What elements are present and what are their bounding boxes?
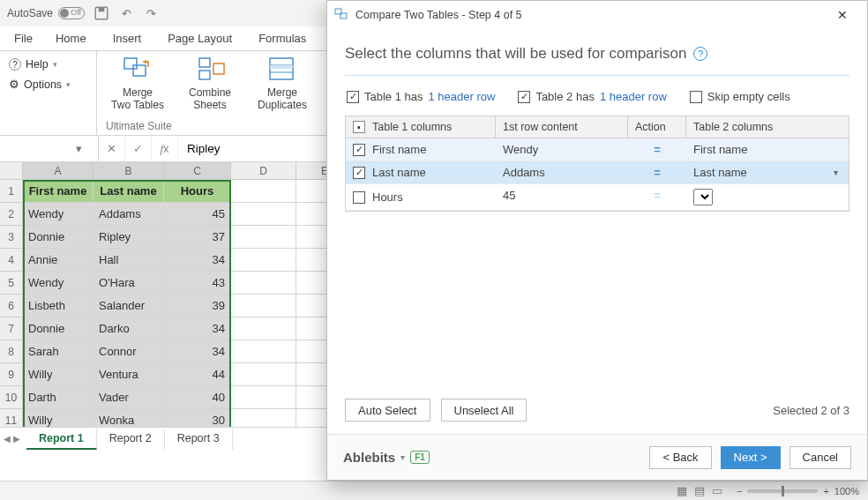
view-mode-icons[interactable]: ▦▤▭ [673, 484, 726, 497]
cell[interactable] [231, 363, 296, 386]
header-row-link[interactable]: 1 header row [600, 90, 667, 103]
cell[interactable]: 34 [164, 340, 231, 363]
merge-two-tables-button[interactable]: Merge Two Tables [106, 55, 169, 112]
mapping-row[interactable]: Hours45= [346, 184, 849, 211]
zoom-slider[interactable] [747, 489, 818, 493]
row-header[interactable]: 8 [0, 340, 23, 363]
cell[interactable] [231, 295, 296, 317]
tab-file[interactable]: File [5, 26, 41, 50]
row-checkbox[interactable]: ✓ [353, 167, 365, 179]
chevron-down-icon[interactable]: ▾ [834, 168, 838, 177]
cell[interactable] [231, 180, 296, 203]
row-header[interactable]: 4 [0, 249, 23, 272]
sheet-nav-left-icon[interactable]: ◀ [4, 434, 11, 444]
autosave-toggle[interactable]: AutoSave Off [7, 7, 85, 19]
column-header[interactable]: A [23, 162, 94, 180]
chevron-down-icon[interactable]: ▾ [400, 452, 405, 462]
sheet-nav-right-icon[interactable]: ▶ [13, 434, 20, 444]
cell[interactable]: 34 [164, 249, 231, 272]
row-header[interactable]: 10 [0, 386, 23, 409]
cell[interactable]: 37 [164, 226, 231, 249]
cell[interactable]: Addams [94, 203, 164, 226]
cell[interactable]: Sarah [23, 340, 94, 363]
cell[interactable]: 40 [164, 386, 231, 409]
cell[interactable]: O'Hara [94, 272, 164, 295]
row-header[interactable]: 3 [0, 226, 23, 249]
cell[interactable]: 44 [164, 363, 231, 386]
cell[interactable]: Darth [23, 386, 94, 409]
cell[interactable] [231, 226, 296, 249]
unselect-all-button[interactable]: Unselect All [441, 399, 528, 422]
tab-page-layout[interactable]: Page Layout [155, 26, 244, 50]
cell[interactable]: Hours [164, 180, 231, 203]
cell[interactable]: Darko [94, 317, 164, 340]
target-column-select[interactable]: First name [686, 138, 849, 160]
zoom-in-icon[interactable]: + [823, 486, 828, 496]
cell[interactable]: 45 [164, 203, 231, 226]
cell[interactable] [231, 272, 296, 295]
tab-formulas[interactable]: Formulas [246, 26, 318, 50]
f1-help-badge[interactable]: F1 [410, 451, 430, 464]
header-row-link[interactable]: 1 header row [429, 90, 496, 103]
cancel-icon[interactable]: ✕ [99, 136, 125, 161]
skip-empty-checkbox[interactable]: Skip empty cells [690, 90, 790, 103]
target-column-select[interactable]: Last name▾ [686, 161, 849, 183]
accept-icon[interactable]: ✓ [125, 136, 152, 161]
save-icon[interactable] [94, 5, 109, 21]
cell[interactable] [231, 317, 296, 340]
row-header[interactable]: 9 [0, 363, 23, 386]
row-header[interactable]: 1 [0, 180, 23, 203]
mapping-row[interactable]: ✓Last nameAddams=Last name▾ [346, 161, 849, 184]
redo-icon[interactable]: ↷ [143, 5, 159, 21]
target-column-select[interactable] [686, 184, 849, 210]
column-header[interactable]: C [164, 162, 231, 180]
select-all-corner[interactable] [0, 162, 23, 180]
help-icon[interactable]: ? [693, 47, 707, 61]
cell[interactable]: First name [23, 180, 94, 203]
help-button[interactable]: ? Help ▾ [7, 56, 89, 72]
cell[interactable]: 34 [164, 317, 231, 340]
fx-icon[interactable]: fx [152, 136, 178, 161]
cell[interactable] [231, 249, 296, 272]
options-button[interactable]: ⚙ Options ▾ [7, 76, 89, 93]
tab-home[interactable]: Home [43, 26, 99, 50]
cancel-button[interactable]: Cancel [789, 446, 851, 469]
cell[interactable]: Last name [94, 180, 164, 203]
mapping-row[interactable]: ✓First nameWendy=First name [346, 138, 849, 161]
merge-duplicates-button[interactable]: Merge Duplicates [251, 55, 314, 112]
sheet-tab[interactable]: Report 3 [165, 429, 233, 450]
cell[interactable]: Willy [23, 363, 94, 386]
cell[interactable]: Ripley [94, 226, 164, 249]
back-button[interactable]: < Back [649, 446, 711, 469]
undo-icon[interactable]: ↶ [118, 5, 134, 21]
table1-header-checkbox[interactable]: ✓ Table 1 has 1 header row [347, 90, 495, 103]
name-box[interactable]: ▾ [0, 136, 99, 161]
zoom-out-icon[interactable]: − [737, 486, 742, 496]
cell[interactable]: 39 [164, 295, 231, 317]
select-all-checkbox[interactable]: ▪ [353, 121, 365, 133]
column-header[interactable]: D [231, 162, 296, 180]
chevron-down-icon[interactable]: ▾ [71, 142, 86, 155]
row-header[interactable]: 6 [0, 295, 23, 317]
row-checkbox[interactable]: ✓ [353, 144, 365, 156]
combine-sheets-button[interactable]: Combine Sheets [178, 55, 242, 112]
row-header[interactable]: 2 [0, 203, 23, 226]
column-header[interactable]: B [94, 162, 164, 180]
cell[interactable]: 43 [164, 272, 231, 295]
cell[interactable]: Lisbeth [23, 295, 94, 317]
sheet-tab[interactable]: Report 2 [97, 429, 165, 450]
row-checkbox[interactable] [353, 191, 365, 204]
close-button[interactable]: ✕ [825, 3, 860, 27]
cell[interactable]: Hall [94, 249, 164, 272]
cell[interactable]: Wendy [23, 203, 94, 226]
row-header[interactable]: 5 [0, 272, 23, 295]
cell[interactable]: Donnie [23, 317, 94, 340]
cell[interactable]: Donnie [23, 226, 94, 249]
cell[interactable]: Ventura [94, 363, 164, 386]
next-button[interactable]: Next > [721, 446, 781, 469]
cell[interactable]: Vader [94, 386, 164, 409]
tab-insert[interactable]: Insert [101, 26, 154, 50]
cell[interactable]: Annie [23, 249, 94, 272]
cell[interactable] [231, 340, 296, 363]
sheet-tab[interactable]: Report 1 [26, 429, 97, 450]
